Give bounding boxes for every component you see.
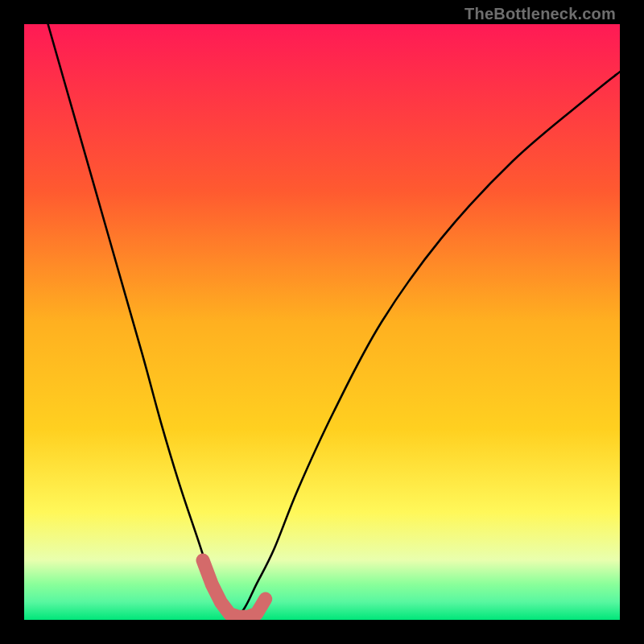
chart-svg bbox=[24, 24, 620, 620]
plot-area bbox=[24, 24, 620, 620]
valley-marker bbox=[203, 560, 266, 617]
bottleneck-curve bbox=[48, 24, 620, 620]
watermark-text: TheBottleneck.com bbox=[464, 5, 616, 23]
chart-frame: TheBottleneck.com bbox=[0, 0, 644, 644]
